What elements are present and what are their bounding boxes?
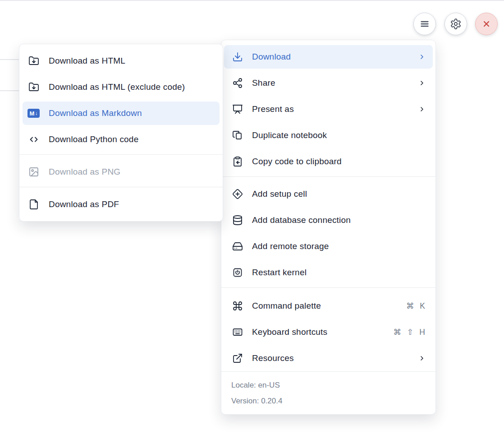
menu-item-download[interactable]: Download (224, 45, 433, 69)
menu-item-label: Add setup cell (252, 189, 426, 199)
diamond-plus-icon (231, 189, 243, 199)
menu-item-add-remote-storage[interactable]: Add remote storage (221, 233, 435, 259)
menu-item-copy-code-to-clipboard[interactable]: Copy code to clipboard (221, 148, 435, 175)
menu-item-resources[interactable]: Resources (221, 345, 435, 371)
menu-separator (221, 287, 435, 288)
menu-item-download-as-html[interactable]: Download as HTML (19, 48, 223, 74)
chevron-right-icon (418, 79, 426, 87)
menu-item-label: Download as HTML (exclude code) (49, 82, 215, 92)
menu-item-keyboard-shortcuts[interactable]: Keyboard shortcuts ⌘ ⇧ H (221, 319, 435, 345)
menu-button[interactable] (413, 13, 436, 35)
menu-item-add-database-connection[interactable]: Add database connection (221, 207, 435, 233)
file-icon (27, 199, 40, 210)
menu-item-present-as[interactable]: Present as (221, 96, 435, 122)
menu-item-label: Add database connection (252, 215, 426, 225)
folder-download-icon (27, 56, 40, 66)
menu-item-download-as-pdf[interactable]: Download as PDF (19, 191, 223, 217)
menu-item-label: Duplicate notebook (252, 130, 426, 140)
chevron-right-icon (418, 53, 426, 60)
menu-separator (221, 176, 435, 177)
markdown-badge-arrow: ↓ (35, 110, 37, 116)
menu-item-label: Keyboard shortcuts (252, 327, 385, 337)
menu-item-label: Restart kernel (252, 268, 426, 278)
menu-item-share[interactable]: Share (221, 70, 435, 96)
menu-item-label: Download as HTML (49, 56, 215, 66)
power-icon (231, 267, 243, 278)
external-link-icon (231, 353, 243, 364)
code-icon (27, 134, 40, 145)
menu-item-label: Download as PDF (49, 199, 215, 209)
menu-item-download-as-html-exclude-code[interactable]: Download as HTML (exclude code) (19, 74, 223, 100)
page-rule (0, 90, 19, 91)
markdown-badge-letter: M (30, 110, 35, 117)
settings-button[interactable] (444, 13, 467, 35)
menu-separator (19, 154, 223, 155)
page-rule (0, 59, 19, 60)
menu-item-label: Resources (252, 353, 410, 363)
menu-item-label: Command palette (252, 301, 398, 311)
menu-item-download-as-markdown[interactable]: M ↓ Download as Markdown (23, 102, 220, 125)
folder-download-icon (27, 82, 40, 92)
menu-item-label: Add remote storage (252, 241, 426, 251)
notebook-actions-menu: Download Share Present as (221, 40, 436, 415)
shortcut-hint: ⌘ ⇧ H (393, 328, 426, 337)
presentation-icon (231, 104, 243, 115)
menu-separator (19, 187, 223, 187)
shortcut-hint: ⌘ K (406, 301, 426, 311)
close-button[interactable] (475, 13, 498, 35)
menu-item-command-palette[interactable]: Command palette ⌘ K (221, 293, 435, 319)
menu-item-label: Copy code to clipboard (252, 157, 426, 166)
menu-item-add-setup-cell[interactable]: Add setup cell (221, 181, 435, 207)
download-submenu: Download as HTML Download as HTML (exclu… (19, 44, 223, 222)
menu-item-label: Share (252, 78, 410, 88)
markdown-badge-icon: M ↓ (27, 108, 40, 119)
command-icon (231, 301, 243, 311)
hard-drive-icon (231, 241, 243, 252)
keyboard-icon (231, 327, 243, 338)
menu-item-download-as-png: Download as PNG (19, 159, 223, 185)
database-icon (231, 215, 243, 226)
gear-icon (450, 18, 462, 30)
menu-footer: Locale: en-US Version: 0.20.4 (221, 371, 435, 414)
close-x-icon (481, 19, 491, 29)
image-icon (27, 166, 40, 177)
clipboard-copy-icon (231, 156, 243, 167)
chevron-right-icon (418, 355, 426, 362)
menu-item-restart-kernel[interactable]: Restart kernel (221, 259, 435, 286)
hamburger-icon (419, 18, 431, 30)
download-icon (231, 51, 243, 62)
menu-item-label: Download Python code (49, 134, 215, 144)
page-top-border (0, 0, 504, 1)
menu-item-download-python-code[interactable]: Download Python code (19, 126, 223, 153)
duplicate-icon (231, 130, 243, 141)
locale-text: Locale: en-US (231, 377, 426, 393)
share-icon (231, 78, 243, 88)
menu-item-label: Download (252, 52, 410, 62)
version-text: Version: 0.20.4 (231, 393, 426, 409)
menu-item-label: Download as Markdown (49, 108, 215, 118)
menu-item-label: Download as PNG (49, 167, 215, 177)
menu-item-label: Present as (252, 104, 410, 114)
menu-item-duplicate-notebook[interactable]: Duplicate notebook (221, 122, 435, 148)
chevron-right-icon (418, 106, 426, 113)
